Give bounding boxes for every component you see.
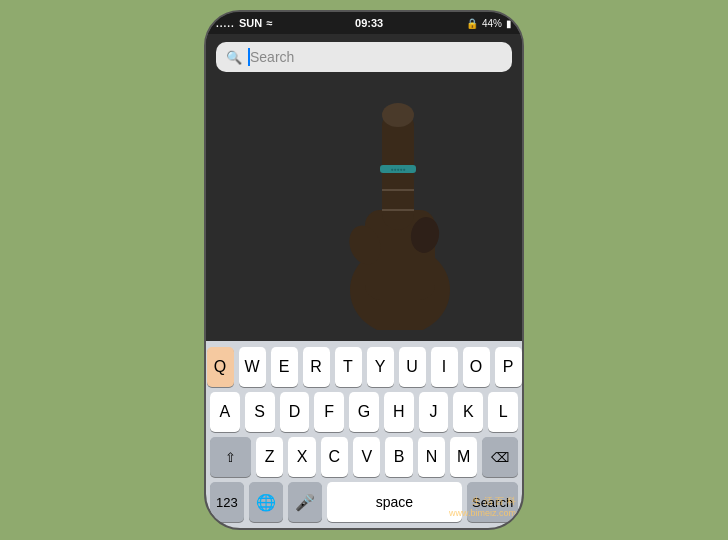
delete-key[interactable]: ⌫ (482, 437, 518, 477)
emoji-key[interactable]: 🌐 (249, 482, 283, 522)
search-area: 🔍 Search (206, 34, 522, 341)
search-placeholder: Search (250, 49, 294, 65)
hand-illustration-area: ●●●●● (206, 80, 522, 341)
carrier-label: SUN (239, 17, 262, 29)
key-a[interactable]: A (210, 392, 240, 432)
search-cursor-area: Search (248, 48, 502, 66)
search-magnifier-icon: 🔍 (226, 50, 242, 65)
status-right: 🔒 44% ▮ (466, 18, 512, 29)
key-o[interactable]: O (463, 347, 490, 387)
key-d[interactable]: D (280, 392, 310, 432)
search-bar-container: 🔍 Search (206, 34, 522, 80)
keyboard-row-3: ⇧ Z X C V B N M ⌫ (210, 437, 518, 477)
lock-icon: 🔒 (466, 18, 478, 29)
battery-label: 44% (482, 18, 502, 29)
keyboard: Q W E R T Y U I O P A S D F G H J K L ⇧ … (206, 341, 522, 528)
key-y[interactable]: Y (367, 347, 394, 387)
key-n[interactable]: N (418, 437, 445, 477)
shift-key[interactable]: ⇧ (210, 437, 251, 477)
key-r[interactable]: R (303, 347, 330, 387)
key-s[interactable]: S (245, 392, 275, 432)
key-q[interactable]: Q (207, 347, 234, 387)
space-key[interactable]: space (327, 482, 463, 522)
key-j[interactable]: J (419, 392, 449, 432)
key-i[interactable]: I (431, 347, 458, 387)
keyboard-bottom-row: 123 🌐 🎤 space Search (210, 482, 518, 522)
signal-dots: ..... (216, 18, 235, 29)
key-z[interactable]: Z (256, 437, 283, 477)
battery-icon: ▮ (506, 18, 512, 29)
search-return-key[interactable]: Search (467, 482, 518, 522)
mic-key[interactable]: 🎤 (288, 482, 322, 522)
svg-point-3 (382, 103, 414, 127)
svg-text:●●●●●: ●●●●● (390, 166, 405, 172)
key-l[interactable]: L (488, 392, 518, 432)
search-bar[interactable]: 🔍 Search (216, 42, 512, 72)
key-v[interactable]: V (353, 437, 380, 477)
key-b[interactable]: B (385, 437, 412, 477)
key-h[interactable]: H (384, 392, 414, 432)
status-bar: ..... SUN ≈ 09:33 🔒 44% ▮ (206, 12, 522, 34)
key-k[interactable]: K (453, 392, 483, 432)
key-e[interactable]: E (271, 347, 298, 387)
keyboard-row-2: A S D F G H J K L (210, 392, 518, 432)
keyboard-row-1: Q W E R T Y U I O P (210, 347, 518, 387)
key-x[interactable]: X (288, 437, 315, 477)
key-u[interactable]: U (399, 347, 426, 387)
key-g[interactable]: G (349, 392, 379, 432)
phone-frame: ..... SUN ≈ 09:33 🔒 44% ▮ 🔍 Search (204, 10, 524, 530)
time-display: 09:33 (355, 17, 383, 29)
wifi-icon: ≈ (266, 17, 272, 29)
key-t[interactable]: T (335, 347, 362, 387)
key-w[interactable]: W (239, 347, 266, 387)
key-p[interactable]: P (495, 347, 522, 387)
status-left: ..... SUN ≈ (216, 17, 272, 29)
hand-svg: ●●●●● (310, 80, 490, 330)
numbers-key[interactable]: 123 (210, 482, 244, 522)
key-m[interactable]: M (450, 437, 477, 477)
key-c[interactable]: C (321, 437, 348, 477)
key-f[interactable]: F (314, 392, 344, 432)
